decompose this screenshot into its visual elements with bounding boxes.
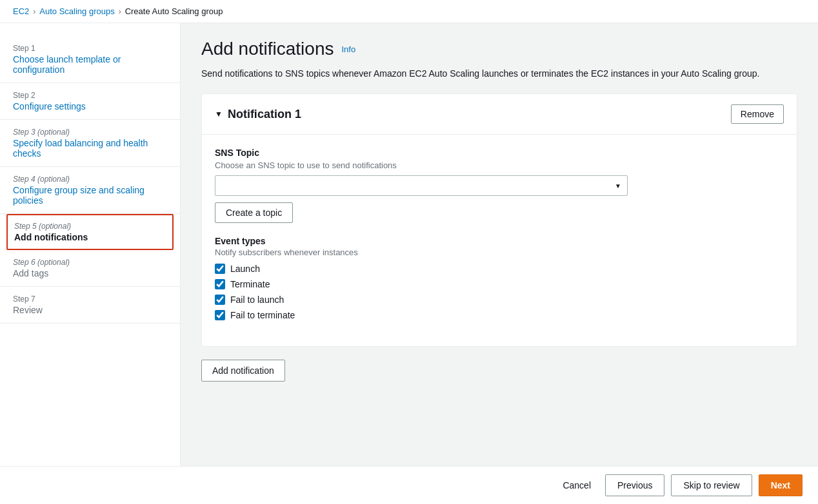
step5-label: Step 5 (optional) [14,222,166,231]
breadcrumb-ec2[interactable]: EC2 [13,6,29,16]
sns-topic-group: SNS Topic Choose an SNS topic to use to … [215,148,784,223]
notification-header: ▼ Notification 1 Remove [202,94,797,135]
page-description: Send notifications to SNS topics wheneve… [201,67,797,81]
event-types-group: Event types Notify subscribers whenever … [215,236,784,320]
launch-checkbox[interactable] [215,264,225,274]
sidebar-item-step6: Step 6 (optional) Add tags [0,250,180,287]
page-title: Add notifications [201,39,334,59]
terminate-label[interactable]: Terminate [230,279,270,289]
sns-topic-desc: Choose an SNS topic to use to send notif… [215,160,784,170]
fail-to-launch-checkbox[interactable] [215,295,225,305]
step1-label: Step 1 [13,44,167,53]
breadcrumb-asg[interactable]: Auto Scaling groups [39,6,114,16]
notification-body: SNS Topic Choose an SNS topic to use to … [202,135,797,346]
info-link[interactable]: Info [341,44,355,54]
page-header: Add notifications Info [201,39,797,59]
step5-title: Add notifications [14,232,166,242]
step4-title[interactable]: Configure group size and scaling policie… [13,185,167,206]
breadcrumb-sep-2: › [119,7,121,16]
breadcrumb-current: Create Auto Scaling group [125,6,223,16]
sidebar-item-step3[interactable]: Step 3 (optional) Specify load balancing… [0,120,180,167]
sidebar-item-step7: Step 7 Review [0,287,180,324]
previous-button[interactable]: Previous [605,474,664,496]
step6-label: Step 6 (optional) [13,258,167,267]
main-content: Add notifications Info Send notification… [181,23,818,499]
step7-label: Step 7 [13,295,167,304]
event-types-desc: Notify subscribers whenever instances [215,247,784,257]
checkbox-launch[interactable]: Launch [215,264,784,274]
sidebar-item-step2[interactable]: Step 2 Configure settings [0,83,180,120]
step2-label: Step 2 [13,91,167,100]
notification-title-text: Notification 1 [228,108,301,121]
sns-topic-select[interactable] [215,175,628,196]
step3-label: Step 3 (optional) [13,128,167,137]
sidebar-item-step4[interactable]: Step 4 (optional) Configure group size a… [0,167,180,214]
footer: Cancel Previous Skip to review Next [0,466,818,504]
notification-card: ▼ Notification 1 Remove SNS Topic Choose… [201,93,797,347]
cancel-button[interactable]: Cancel [555,475,599,496]
step1-title[interactable]: Choose launch template or configuration [13,54,167,75]
fail-to-terminate-label[interactable]: Fail to terminate [230,310,295,320]
add-notification-button[interactable]: Add notification [201,360,285,382]
fail-to-launch-label[interactable]: Fail to launch [230,295,284,305]
step2-title[interactable]: Configure settings [13,101,167,111]
sidebar-item-step1[interactable]: Step 1 Choose launch template or configu… [0,36,180,83]
create-topic-button[interactable]: Create a topic [215,202,293,223]
skip-to-review-button[interactable]: Skip to review [671,474,752,496]
checkbox-fail-terminate[interactable]: Fail to terminate [215,310,784,320]
launch-label[interactable]: Launch [230,264,260,274]
sidebar-item-step5: Step 5 (optional) Add notifications [6,214,174,250]
terminate-checkbox[interactable] [215,279,225,289]
sidebar: Step 1 Choose launch template or configu… [0,23,181,499]
sns-topic-label: SNS Topic [215,148,784,158]
collapse-icon: ▼ [215,110,223,119]
breadcrumb-sep-1: › [33,7,35,16]
breadcrumb: EC2 › Auto Scaling groups › Create Auto … [0,0,818,23]
step7-title: Review [13,305,167,315]
notification-title: ▼ Notification 1 [215,108,301,121]
sns-select-wrapper: ▼ [215,175,628,196]
step3-title[interactable]: Specify load balancing and health checks [13,138,167,159]
next-button[interactable]: Next [759,474,803,496]
event-types-label: Event types [215,236,784,246]
step4-label: Step 4 (optional) [13,175,167,184]
checkbox-fail-launch[interactable]: Fail to launch [215,295,784,305]
remove-button[interactable]: Remove [731,104,784,124]
fail-to-terminate-checkbox[interactable] [215,310,225,320]
checkbox-terminate[interactable]: Terminate [215,279,784,289]
step6-title: Add tags [13,268,167,278]
